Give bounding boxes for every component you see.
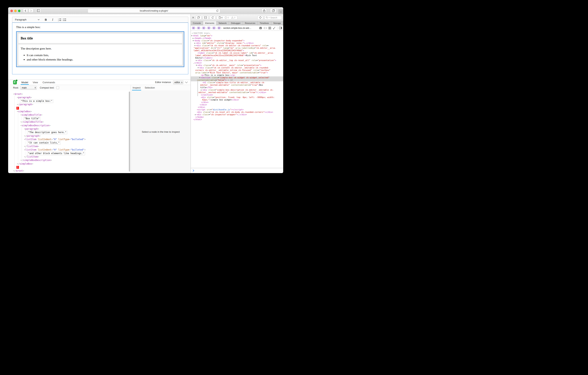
dom-tree-line[interactable]: ▼<body class="ck-inspector-body-expanded… <box>191 39 283 42</box>
dom-tree-line[interactable]: …</div> <box>191 62 283 64</box>
dom-tree-line[interactable]: ▶<div class="ck ck-editor__top ck-reset_… <box>191 59 283 62</box>
dom-tree-line[interactable]: </div> <box>191 101 283 103</box>
dom-tree-line[interactable]: <div class="ck ck-reset_all ck-body ck-r… <box>191 111 283 113</box>
dom-tree-line[interactable]: ▼<div class="ck ck-editor__main" role="p… <box>191 64 283 66</box>
model-tree-line[interactable]: [ <box>8 106 129 110</box>
model-tree-line[interactable]: "It can contain lists," <box>8 141 129 144</box>
model-tree-line[interactable]: </simpleBoxTitle> <box>8 120 129 124</box>
dom-tree-line[interactable]: <!DOCTYPE html> <box>191 32 283 34</box>
print-icon[interactable] <box>259 27 262 29</box>
dom-tree-line[interactable]: </div> <box>191 106 283 109</box>
tab-overview-button[interactable] <box>270 9 277 13</box>
inspect-tab-inspect[interactable]: Inspect <box>133 85 141 90</box>
breadcrumb-element-badge[interactable]: E <box>207 27 210 29</box>
dom-tree-line[interactable]: ▼<html lang="en"> <box>191 34 283 37</box>
dom-tree-line[interactable]: "application" dir="ltr" lang="en" aria-l… <box>191 47 283 49</box>
dom-tree-line[interactable]: ▼<div class="ck ck-content ck-editor__ed… <box>191 66 283 69</box>
model-tree-line[interactable]: <paragraph> <box>8 96 129 99</box>
breadcrumb-element-badge[interactable]: E <box>202 27 205 29</box>
devtools-reload-button[interactable] <box>210 16 215 20</box>
model-tree-line[interactable]: </$root> <box>8 169 129 173</box>
dom-tree-line[interactable]: corners ck-editor__editable_inline ck-fo… <box>191 69 283 71</box>
inspect-tab-selection[interactable]: Selection <box>145 85 155 90</box>
model-tree-line[interactable]: "and other block elements like headings.… <box>8 152 129 155</box>
model-tree-line[interactable]: <$root> <box>8 92 129 96</box>
dom-tree-line[interactable]: <label class="ck ck-label ck-voice-label… <box>191 52 283 54</box>
tree-scrollbar[interactable] <box>129 92 130 172</box>
dom-tree-line[interactable]: editor__nested-editable" contenteditable… <box>191 84 283 86</box>
devtools-tab-storage[interactable]: Storage <box>271 21 283 25</box>
model-tree-line[interactable]: </listItem> <box>8 145 129 148</box>
sidebar-toggle-button[interactable] <box>35 9 41 13</box>
model-tree-line[interactable]: </paragraph> <box>8 134 129 138</box>
list-item[interactable]: It can contain lists, <box>27 54 180 57</box>
model-tree-line[interactable]: <listItem listIndent="0" listType="bulle… <box>8 148 129 152</box>
description-paragraph[interactable]: The description goes here. <box>21 47 180 50</box>
heading-dropdown[interactable]: Paragraph <box>12 17 42 22</box>
breadcrumb-element-badge[interactable]: E <box>212 27 215 29</box>
breadcrumb-element-badge[interactable]: E <box>192 27 195 29</box>
back-button[interactable] <box>23 9 28 13</box>
dom-tree-line[interactable]: <p>This is a simple box:</p> <box>191 74 283 77</box>
list-item[interactable]: and other block elements like headings. <box>27 58 180 61</box>
devtools-close-button[interactable] <box>192 16 194 19</box>
new-tab-button[interactable]: + <box>278 9 283 14</box>
devtools-tab-network[interactable]: Network <box>217 21 229 25</box>
inspector-tab-view[interactable]: View <box>32 80 38 85</box>
dom-tree-line[interactable]: ▶<div class="simple-box-description ck-e… <box>191 89 283 91</box>
dom-tree-line[interactable]: label_e63cbbfece34c53ce23501062343f49b8"… <box>191 54 283 57</box>
details-sidebar-toggle-icon[interactable] <box>279 27 282 29</box>
model-tree-line[interactable]: ] <box>8 165 129 169</box>
editor-paragraph[interactable]: This is a simple box: <box>16 25 184 29</box>
numbered-list-button[interactable]: 1 2 <box>57 17 62 22</box>
model-tree-line[interactable]: "Box title" <box>8 117 129 120</box>
detach-devtools-button[interactable] <box>196 16 201 20</box>
source-code-icon[interactable] <box>264 27 267 29</box>
dock-side-button[interactable] <box>203 16 208 20</box>
quick-console[interactable] <box>191 168 283 173</box>
dom-tree-line[interactable]: ▼<div class="ck ck-reset ck-editor ck-ro… <box>191 44 283 47</box>
simple-box-description[interactable]: The description goes here. It can contai… <box>18 44 182 65</box>
model-tree-line[interactable]: <paragraph> <box>8 127 129 131</box>
root-select[interactable]: main <box>20 86 37 90</box>
dom-tree-line[interactable]: Editor</label> <box>191 57 283 59</box>
forward-button[interactable] <box>28 9 33 13</box>
model-tree-line[interactable]: "This is a simple box:" <box>8 99 129 103</box>
dom-tree-line[interactable]: </div> <box>191 103 283 106</box>
page-resources[interactable]: 4 <box>219 16 222 19</box>
breadcrumb-element-badge[interactable]: E <box>197 27 200 29</box>
breadcrumb-element-badge[interactable]: E <box>218 27 220 29</box>
dom-tree-line[interactable]: label_e63cbbfece34c53ce23501062343f49b8"… <box>191 49 283 52</box>
devtools-tab-console[interactable]: Console <box>191 21 203 25</box>
devtools-tab-timelines[interactable]: Timelines <box>258 21 271 25</box>
devtools-tab-debugger[interactable]: Debugger <box>229 21 243 25</box>
share-button[interactable] <box>262 9 267 13</box>
model-tree-line[interactable]: <simpleBoxTitle> <box>8 113 129 117</box>
inspector-tab-commands[interactable]: Commands <box>42 80 55 85</box>
dom-tree-line[interactable]: <script src="dist/bundle.js"></script> <box>191 109 283 111</box>
breadcrumb-selected-node[interactable]: section.simple-box.ck-wid… <box>223 27 251 29</box>
bold-button[interactable]: B <box>43 17 48 22</box>
error-count-badge[interactable]: 0 <box>225 16 229 19</box>
model-tree-line[interactable]: <simpleBoxDescription> <box>8 124 129 127</box>
element-picker-button[interactable] <box>257 16 263 20</box>
dom-tree-line[interactable]: aria-label="Rich Text Editor, main" cont… <box>191 71 283 74</box>
collapse-inspector-button[interactable] <box>185 81 188 83</box>
editor-editable-area[interactable]: This is a simple box: Box title The desc… <box>12 22 188 74</box>
minimize-window-button[interactable] <box>14 10 17 12</box>
dom-tree-line[interactable]: </section> <box>191 94 283 96</box>
close-window-button[interactable] <box>10 10 13 12</box>
editor-instance-select[interactable]: editor <box>173 80 183 84</box>
dom-tree-line[interactable]: ▶<div id="editor" style="display: none;"… <box>191 42 283 44</box>
model-tree-line[interactable]: "The description goes here." <box>8 131 129 134</box>
dom-tree-line[interactable]: </html> <box>191 118 283 121</box>
model-tree-line[interactable]: </simpleBox> <box>8 162 129 165</box>
devtools-search-field[interactable]: Search <box>264 16 282 20</box>
dom-tree-line[interactable]: ▶<div class="ck-inspector-wrapper">…</di… <box>191 113 283 116</box>
dom-tree-line[interactable]: ▼<section class="simple-box ck-widget ck… <box>191 77 283 79</box>
model-tree-line[interactable]: <simpleBox> <box>8 110 129 113</box>
model-tree-line[interactable]: </simpleBoxDescription> <box>8 158 129 162</box>
dom-tree-line[interactable]: 42px;">simple box widget</div> <box>191 99 283 101</box>
dom-tree-line[interactable]: editor__nested-editable" contenteditable… <box>191 91 283 94</box>
devtools-tab-resources[interactable]: Resources <box>243 21 258 25</box>
